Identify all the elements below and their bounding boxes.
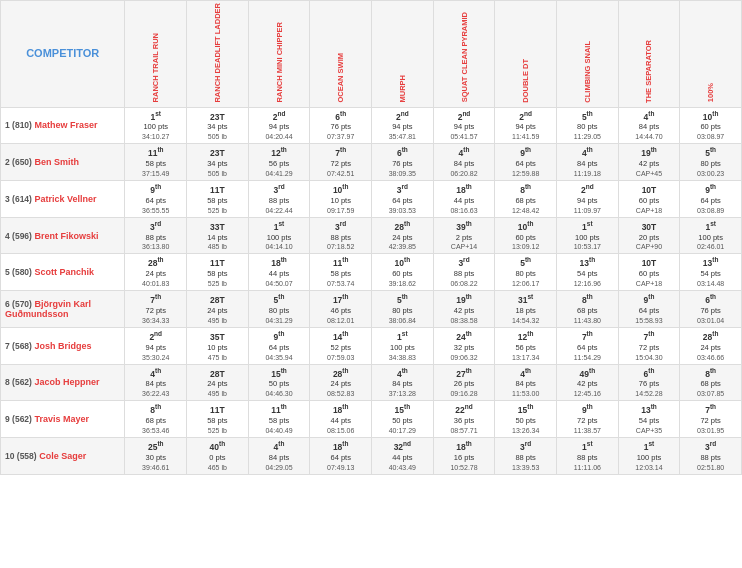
cell-r4-c0: 28th24 pts40:01.83 xyxy=(125,254,187,291)
col-header-squat_clean_pyramid: SQUAT CLEAN PYRAMID xyxy=(433,1,495,108)
cell-r8-c2: 11th58 pts04:40.49 xyxy=(248,401,310,438)
cell-r9-c1: 40th0 pts465 lb xyxy=(187,438,249,475)
cell-r0-c3: 6th76 pts07:37.97 xyxy=(310,107,372,144)
col-header-ranch_mini_chipper: RANCH MINI CHIPPER xyxy=(248,1,310,108)
cell-r3-c9: 1st100 pts02:46.01 xyxy=(680,217,742,254)
cell-r7-c0: 4th84 pts36:22.43 xyxy=(125,364,187,401)
cell-r0-c2: 2nd94 pts04:20.44 xyxy=(248,107,310,144)
cell-r2-c9: 9th64 pts03:08.89 xyxy=(680,181,742,218)
cell-r9-c2: 4th84 pts04:29.05 xyxy=(248,438,310,475)
cell-r8-c7: 9th72 pts11:38.57 xyxy=(556,401,618,438)
col-header-ranch_trail_run: RANCH TRAIL RUN xyxy=(125,1,187,108)
cell-r6-c1: 35T10 pts475 lb xyxy=(187,327,249,364)
table-row: 10 (558) Cole Sager25th30 pts39:46.6140t… xyxy=(1,438,742,475)
cell-r0-c1: 23T34 pts505 lb xyxy=(187,107,249,144)
table-row: 2 (650) Ben Smith11th58 pts37:15.4923T34… xyxy=(1,144,742,181)
col-header-double_dt: DOUBLE DT xyxy=(495,1,557,108)
cell-r3-c2: 1st100 pts04:14.10 xyxy=(248,217,310,254)
cell-r3-c0: 3rd88 pts36:13.80 xyxy=(125,217,187,254)
cell-r1-c4: 6th76 pts38:09.35 xyxy=(372,144,434,181)
cell-r8-c3: 18th44 pts08:15.06 xyxy=(310,401,372,438)
competitor-cell: 9 (562) Travis Mayer xyxy=(1,401,125,438)
col-header-climbing_snail: CLIMBING SNAIL xyxy=(556,1,618,108)
cell-r4-c3: 11th58 pts07:53.74 xyxy=(310,254,372,291)
cell-r9-c4: 32nd44 pts40:43.49 xyxy=(372,438,434,475)
cell-r7-c4: 4th84 pts37:13.28 xyxy=(372,364,434,401)
table-row: 9 (562) Travis Mayer8th68 pts36:53.4611T… xyxy=(1,401,742,438)
cell-r7-c2: 15th50 pts04:46.30 xyxy=(248,364,310,401)
cell-r5-c6: 31st18 pts14:54.32 xyxy=(495,291,557,328)
cell-r2-c0: 9th64 pts36:55.55 xyxy=(125,181,187,218)
table-row: 1 (810) Mathew Fraser1st100 pts34:10.272… xyxy=(1,107,742,144)
cell-r0-c8: 4th84 pts14:44.70 xyxy=(618,107,680,144)
cell-r7-c3: 28th24 pts08:52.83 xyxy=(310,364,372,401)
cell-r1-c5: 4th84 pts06:20.82 xyxy=(433,144,495,181)
cell-r9-c8: 1st100 pts12:03.14 xyxy=(618,438,680,475)
cell-r2-c2: 3rd88 pts04:22.44 xyxy=(248,181,310,218)
cell-r8-c5: 22nd36 pts08:57.71 xyxy=(433,401,495,438)
cell-r2-c7: 2nd94 pts11:09.97 xyxy=(556,181,618,218)
cell-r4-c9: 13th54 pts03:14.48 xyxy=(680,254,742,291)
competitor-cell: 4 (596) Brent Fikowski xyxy=(1,217,125,254)
table-row: 5 (580) Scott Panchik28th24 pts40:01.831… xyxy=(1,254,742,291)
cell-r0-c6: 2nd94 pts11:41.59 xyxy=(495,107,557,144)
table-row: 4 (596) Brent Fikowski3rd88 pts36:13.803… xyxy=(1,217,742,254)
col-header-ranch_deadlift_ladder: RANCH DEADLIFT LADDER xyxy=(187,1,249,108)
cell-r8-c8: 13th54 ptsCAP+35 xyxy=(618,401,680,438)
competitor-cell: 3 (614) Patrick Vellner xyxy=(1,181,125,218)
cell-r6-c0: 2nd94 pts35:30.24 xyxy=(125,327,187,364)
cell-r8-c6: 15th50 pts13:26.34 xyxy=(495,401,557,438)
cell-r5-c9: 6th76 pts03:01.04 xyxy=(680,291,742,328)
table-row: 7 (568) Josh Bridges2nd94 pts35:30.2435T… xyxy=(1,327,742,364)
cell-r1-c8: 19th42 ptsCAP+45 xyxy=(618,144,680,181)
table-row: 3 (614) Patrick Vellner9th64 pts36:55.55… xyxy=(1,181,742,218)
cell-r8-c1: 11T58 pts525 lb xyxy=(187,401,249,438)
cell-r1-c3: 7th72 pts07:42.51 xyxy=(310,144,372,181)
cell-r7-c5: 27th26 pts09:16.28 xyxy=(433,364,495,401)
cell-r7-c6: 4th84 pts11:53.00 xyxy=(495,364,557,401)
cell-r6-c9: 28th24 pts03:46.66 xyxy=(680,327,742,364)
cell-r6-c6: 12th56 pts13:17.34 xyxy=(495,327,557,364)
col-header-ocean_swim: OCEAN SWIM xyxy=(310,1,372,108)
cell-r4-c6: 5th80 pts12:06.17 xyxy=(495,254,557,291)
cell-r7-c7: 49th42 pts12:45.16 xyxy=(556,364,618,401)
cell-r9-c5: 18th16 pts10:52.78 xyxy=(433,438,495,475)
cell-r9-c9: 3rd88 pts02:51.80 xyxy=(680,438,742,475)
cell-r5-c5: 19th42 pts08:38.58 xyxy=(433,291,495,328)
cell-r4-c8: 10T60 ptsCAP+18 xyxy=(618,254,680,291)
cell-r6-c8: 7th72 pts15:04.30 xyxy=(618,327,680,364)
cell-r6-c3: 14th52 pts07:59.03 xyxy=(310,327,372,364)
cell-r0-c5: 2nd94 pts05:41.57 xyxy=(433,107,495,144)
cell-r9-c6: 3rd88 pts13:39.53 xyxy=(495,438,557,475)
cell-r2-c8: 10T60 ptsCAP+18 xyxy=(618,181,680,218)
cell-r3-c8: 30T20 ptsCAP+90 xyxy=(618,217,680,254)
cell-r6-c4: 1st100 pts34:38.83 xyxy=(372,327,434,364)
cell-r8-c0: 8th68 pts36:53.46 xyxy=(125,401,187,438)
cell-r3-c7: 1st100 pts10:53.17 xyxy=(556,217,618,254)
cell-r7-c9: 8th68 pts03:07.85 xyxy=(680,364,742,401)
competitor-column-header: COMPETITOR xyxy=(1,1,125,108)
cell-r5-c1: 28T24 pts495 lb xyxy=(187,291,249,328)
cell-r4-c2: 18th44 pts04:50.07 xyxy=(248,254,310,291)
cell-r5-c4: 5th80 pts38:06.84 xyxy=(372,291,434,328)
cell-r5-c7: 8th68 pts11:43.80 xyxy=(556,291,618,328)
cell-r3-c3: 3rd88 pts07:18.52 xyxy=(310,217,372,254)
table-row: 6 (570) Björgvin Karl Guðmundsson7th72 p… xyxy=(1,291,742,328)
competitor-cell: 1 (810) Mathew Fraser xyxy=(1,107,125,144)
competitor-cell: 5 (580) Scott Panchik xyxy=(1,254,125,291)
cell-r2-c4: 3rd64 pts39:03.53 xyxy=(372,181,434,218)
cell-r0-c4: 2nd94 pts35:47.81 xyxy=(372,107,434,144)
cell-r3-c1: 33T14 pts485 lb xyxy=(187,217,249,254)
cell-r7-c8: 6th76 pts14:52.28 xyxy=(618,364,680,401)
cell-r5-c8: 9th64 pts15:58.93 xyxy=(618,291,680,328)
cell-r6-c7: 7th64 pts11:54.29 xyxy=(556,327,618,364)
cell-r4-c4: 10th60 pts39:18.62 xyxy=(372,254,434,291)
cell-r2-c6: 8th68 pts12:48.42 xyxy=(495,181,557,218)
cell-r9-c0: 25th30 pts39:46.61 xyxy=(125,438,187,475)
competitor-cell: 10 (558) Cole Sager xyxy=(1,438,125,475)
cell-r8-c4: 15th50 pts40:17.29 xyxy=(372,401,434,438)
table-row: 8 (562) Jacob Heppner4th84 pts36:22.4328… xyxy=(1,364,742,401)
cell-r5-c2: 5th80 pts04:31.29 xyxy=(248,291,310,328)
cell-r1-c7: 4th84 pts11:19.18 xyxy=(556,144,618,181)
col-header-100pct: 100% xyxy=(680,1,742,108)
